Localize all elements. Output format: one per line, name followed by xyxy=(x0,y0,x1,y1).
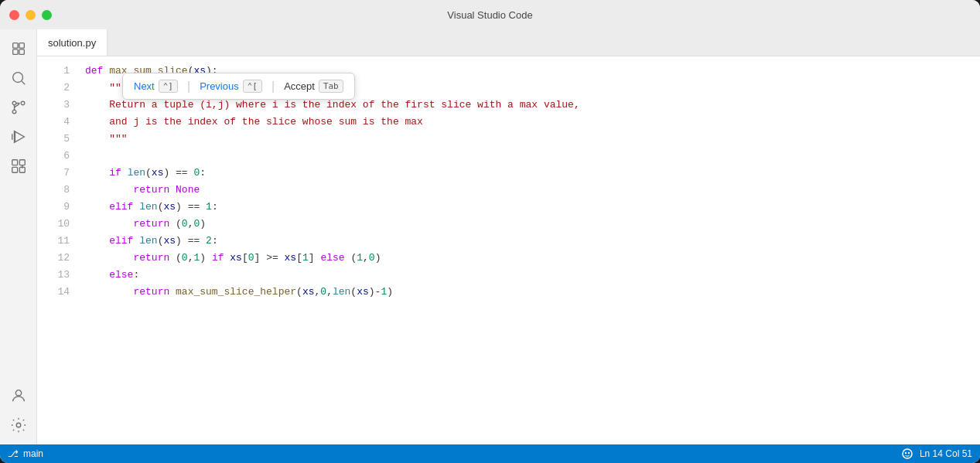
next-button[interactable]: Next ⌃] xyxy=(131,78,181,94)
explorer-icon[interactable] xyxy=(5,36,32,62)
editor-area: solution.py Next ⌃] | Previous ⌃[ | Acce… xyxy=(37,29,980,444)
svg-point-8 xyxy=(12,110,16,114)
activity-bar xyxy=(0,29,37,444)
next-kbd: ⌃] xyxy=(159,80,178,93)
line-numbers: 1 2 3 4 5 6 7 8 9 10 11 12 13 14 xyxy=(37,56,76,444)
next-label: Next xyxy=(134,80,155,92)
search-icon[interactable] xyxy=(5,65,32,91)
code-line-14: return max_sum_slice_helper(xs,0,len(xs)… xyxy=(85,284,971,301)
code-editor: 1 2 3 4 5 6 7 8 9 10 11 12 13 14 def max… xyxy=(37,56,980,444)
svg-rect-0 xyxy=(12,43,17,48)
code-line-11: elif len(xs) == 2: xyxy=(85,233,971,250)
svg-rect-2 xyxy=(12,49,17,54)
source-control-icon[interactable] xyxy=(5,94,32,121)
code-line-7: if len(xs) == 0: xyxy=(85,165,971,182)
code-line-12: return (0,1) if xs[0] >= xs[1] else (1,0… xyxy=(85,250,971,267)
vscode-window: Visual Studio Code xyxy=(0,0,980,463)
extensions-icon[interactable] xyxy=(5,153,32,179)
tab-filename: solution.py xyxy=(48,37,96,49)
code-content[interactable]: def max_sum_slice(xs): """ Return a tupl… xyxy=(76,56,980,444)
accept-label: Accept xyxy=(284,80,315,92)
copilot-icon xyxy=(901,448,913,460)
svg-point-22 xyxy=(908,452,910,454)
svg-point-20 xyxy=(903,449,912,458)
accept-button[interactable]: Accept Tab xyxy=(281,78,347,94)
code-line-5: """ xyxy=(85,131,971,148)
prev-label: Previous xyxy=(200,80,239,92)
branch-icon: ⎇ xyxy=(8,448,19,459)
activity-bar-bottom xyxy=(5,383,32,444)
code-line-8: return None xyxy=(85,182,971,199)
settings-icon[interactable] xyxy=(5,412,32,438)
svg-point-18 xyxy=(15,390,21,396)
titlebar: Visual Studio Code xyxy=(0,0,980,29)
code-line-10: return (0,0) xyxy=(85,216,971,233)
svg-point-7 xyxy=(21,101,25,105)
status-bar: ⎇ main Ln 14 Col 51 xyxy=(0,444,980,463)
svg-point-4 xyxy=(12,73,22,83)
window-title: Visual Studio Code xyxy=(447,9,532,21)
close-button[interactable] xyxy=(9,10,19,20)
svg-point-19 xyxy=(16,423,21,427)
svg-rect-3 xyxy=(19,49,23,54)
minimize-button[interactable] xyxy=(26,10,36,20)
svg-point-21 xyxy=(905,452,907,454)
status-left: ⎇ main xyxy=(8,448,43,459)
code-line-4: and j is the index of the slice whose su… xyxy=(85,114,971,131)
svg-rect-13 xyxy=(19,160,25,165)
svg-point-6 xyxy=(12,101,16,105)
svg-line-5 xyxy=(22,81,25,84)
account-icon[interactable] xyxy=(5,383,32,409)
svg-rect-1 xyxy=(19,43,23,48)
maximize-button[interactable] xyxy=(42,10,52,20)
run-debug-icon[interactable] xyxy=(5,124,32,150)
separator-1: | xyxy=(186,80,192,94)
separator-2: | xyxy=(270,80,276,94)
accept-kbd: Tab xyxy=(319,80,343,93)
status-right: Ln 14 Col 51 xyxy=(901,448,972,460)
branch-name[interactable]: main xyxy=(23,448,43,459)
editor-tab[interactable]: solution.py xyxy=(37,29,108,56)
suggestion-toolbar: Next ⌃] | Previous ⌃[ | Accept Tab xyxy=(122,73,355,100)
tab-bar: solution.py xyxy=(37,29,980,56)
code-line-13: else: xyxy=(85,267,971,284)
traffic-lights xyxy=(9,10,52,20)
main-layout: solution.py Next ⌃] | Previous ⌃[ | Acce… xyxy=(0,29,980,444)
svg-rect-12 xyxy=(12,160,17,165)
svg-marker-9 xyxy=(14,131,24,143)
code-line-9: elif len(xs) == 1: xyxy=(85,199,971,216)
cursor-position[interactable]: Ln 14 Col 51 xyxy=(920,448,972,459)
svg-rect-14 xyxy=(12,167,17,172)
prev-kbd: ⌃[ xyxy=(243,80,262,93)
code-line-6 xyxy=(85,148,971,165)
previous-button[interactable]: Previous ⌃[ xyxy=(196,78,265,94)
